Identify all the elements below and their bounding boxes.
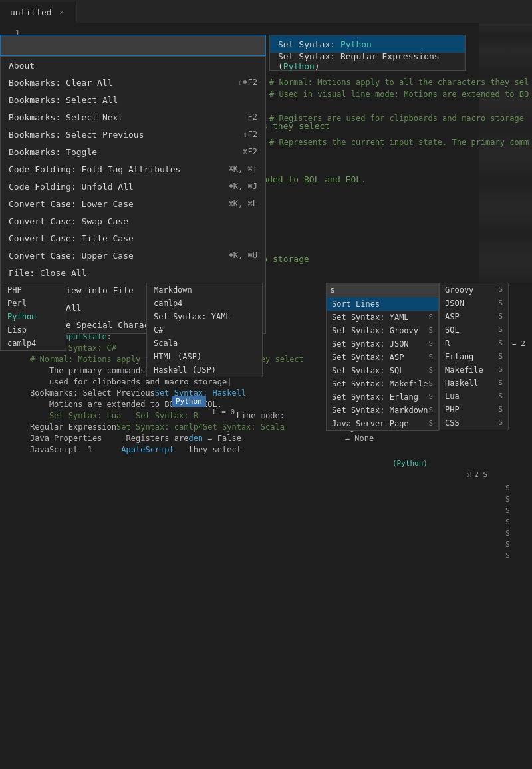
menu-lower-case-label: Convert Case: Lower Case [9, 199, 134, 209]
set-syntax-regex-label: Set Syntax: Regular Expressions (Python) [278, 51, 457, 71]
lang-perl[interactable]: Perl [1, 297, 66, 310]
lang-camlp4[interactable]: camlp4 [1, 337, 66, 350]
fr-asp[interactable]: ASPS [440, 310, 508, 323]
python-label-right: (Python) [392, 459, 428, 468]
lang-lisp[interactable]: Lisp [1, 323, 66, 337]
syntax-groovy-label: Set Syntax: Groovy [332, 326, 418, 335]
syntax-makefile-label: Set Syntax: Makefile [332, 379, 428, 388]
lang-php[interactable]: PHP [1, 283, 66, 297]
fr-css[interactable]: CSSS [440, 416, 508, 430]
syntax-groovy-item[interactable]: Set Syntax: Groovy S [327, 324, 438, 337]
lang-scala[interactable]: Scala [147, 337, 262, 350]
fr-erlang[interactable]: ErlangS [440, 350, 508, 363]
menu-item-about[interactable]: About [1, 57, 265, 74]
menu-bookmarks-toggle-shortcut: ⌘F2 [243, 147, 257, 156]
menu-item-unfold-all[interactable]: Code Folding: Unfold All ⌘K, ⌘J [1, 178, 265, 195]
right-syntax-panel: Sort Lines Set Syntax: YAML S Set Syntax… [326, 283, 439, 431]
syntax-yaml-label: Set Syntax: YAML [332, 313, 409, 322]
fr-groovy[interactable]: GroovyS [440, 283, 508, 297]
set-syntax-popup: Set Syntax: Python Set Syntax: Regular E… [269, 35, 466, 71]
fr-json[interactable]: JSONS [440, 297, 508, 310]
syntax-erlang-item[interactable]: Set Syntax: Erlang S [327, 390, 438, 404]
set-syntax-python-label: Set Syntax: Python [278, 39, 372, 49]
syntax-asp-item[interactable]: Set Syntax: ASP S [327, 351, 438, 364]
menu-bookmarks-clear-label: Bookmarks: Clear All [9, 78, 113, 88]
command-palette-overlay: Set Syntax: Python Set Syntax: Regular E… [0, 23, 532, 769]
fr-haskell[interactable]: HaskellS [440, 377, 508, 390]
menu-fold-tag-shortcut: ⌘K, ⌘T [229, 164, 257, 174]
menu-swap-case-label: Convert Case: Swap Case [9, 216, 128, 226]
tab-untitled[interactable]: untitled × [0, 2, 77, 23]
sort-lines-label: Sort Lines [332, 299, 380, 309]
tab-bar: untitled × [0, 0, 532, 23]
fr-r[interactable]: RS [440, 337, 508, 350]
fr-php[interactable]: PHPS [440, 403, 508, 416]
syntax-search-input[interactable] [331, 285, 434, 295]
menu-unfold-all-shortcut: ⌘K, ⌘J [229, 182, 257, 191]
lower-area: # * set_action # * set_motion # * push_r… [0, 283, 532, 769]
syntax-jsp-label: Java Server Page [332, 419, 409, 428]
command-search-box [0, 35, 266, 56]
syntax-erlang-label: Set Syntax: Erlang [332, 392, 418, 402]
menu-item-title-case[interactable]: Convert Case: Title Case [1, 230, 265, 247]
menu-bookmarks-select-all-label: Bookmarks: Select All [9, 95, 118, 105]
menu-item-lower-case[interactable]: Convert Case: Lower Case ⌘K, ⌘L [1, 195, 265, 212]
set-syntax-regex-python[interactable]: Set Syntax: Regular Expressions (Python) [270, 53, 465, 70]
fr-lua[interactable]: LuaS [440, 390, 508, 403]
syntax-json-item[interactable]: Set Syntax: JSON S [327, 337, 438, 351]
lang-python[interactable]: Python [1, 310, 66, 323]
lang-html-asp[interactable]: HTML (ASP) [147, 350, 262, 363]
lang-csharp[interactable]: C# [147, 323, 262, 337]
menu-bookmarks-prev-label: Bookmarks: Select Previous [9, 130, 144, 140]
syntax-yaml[interactable]: Set Syntax: YAML [147, 310, 262, 323]
fr-sql[interactable]: SQLS [440, 323, 508, 337]
syntax-markdown-item[interactable]: Set Syntax: Markdown S [327, 404, 438, 417]
menu-bookmarks-next-shortcut: F2 [248, 112, 257, 122]
sort-lines-item[interactable]: Sort Lines [327, 297, 438, 311]
lang-haskell-jsp[interactable]: Haskell (JSP) [147, 363, 262, 377]
syntax-makefile-item[interactable]: Set Syntax: Makefile S [327, 377, 438, 390]
menu-about-label: About [9, 61, 35, 71]
lang-camlp4-2[interactable]: camlp4 [147, 297, 262, 310]
python-badge: Python [172, 396, 206, 407]
syntax-jsp-item[interactable]: Java Server Page S [327, 417, 438, 430]
syntax-sql-item[interactable]: Set Syntax: SQL S [327, 364, 438, 377]
menu-bookmarks-next-label: Bookmarks: Select Next [9, 112, 123, 122]
mid-lang-menu: Markdown camlp4 Set Syntax: YAML C# Scal… [146, 283, 263, 377]
menu-close-all-label: File: Close All [9, 268, 86, 278]
syntax-markdown-label: Set Syntax: Markdown [332, 406, 428, 415]
menu-bookmarks-clear-shortcut: ⇧⌘F2 [238, 78, 257, 87]
menu-bookmarks-prev-shortcut: ⇧F2 [243, 130, 257, 139]
menu-item-fold-tag[interactable]: Code Folding: Fold Tag Attributes ⌘K, ⌘T [1, 160, 265, 178]
fr-makefile[interactable]: MakefileS [440, 363, 508, 377]
command-search-input[interactable] [1, 41, 265, 51]
menu-item-upper-case[interactable]: Convert Case: Upper Case ⌘K, ⌘U [1, 247, 265, 264]
menu-lower-case-shortcut: ⌘K, ⌘L [229, 199, 257, 208]
set-syntax-python[interactable]: Set Syntax: Python [270, 35, 465, 53]
menu-fold-tag-label: Code Folding: Fold Tag Attributes [9, 164, 180, 174]
syntax-asp-label: Set Syntax: ASP [332, 353, 404, 362]
tab-close-button[interactable]: × [57, 8, 66, 17]
menu-bookmarks-toggle-label: Bookmarks: Toggle [9, 147, 97, 157]
menu-item-bookmarks-next[interactable]: Bookmarks: Select Next F2 [1, 108, 265, 126]
menu-item-swap-case[interactable]: Convert Case: Swap Case [1, 212, 265, 230]
syntax-yaml-item[interactable]: Set Syntax: YAML S [327, 311, 438, 324]
lang-markdown[interactable]: Markdown [147, 283, 262, 297]
s-markers: SSSSSSS [505, 482, 510, 561]
menu-title-case-label: Convert Case: Title Case [9, 233, 134, 243]
menu-item-bookmarks-prev[interactable]: Bookmarks: Select Previous ⇧F2 [1, 126, 265, 143]
menu-upper-case-shortcut: ⌘K, ⌘U [229, 251, 257, 260]
menu-unfold-all-label: Code Folding: Unfold All [9, 182, 134, 192]
tab-title: untitled [10, 7, 52, 17]
far-right-panel: GroovyS JSONS ASPS SQLS RS ErlangS Makef… [439, 283, 509, 430]
equals-2: = 2 [512, 339, 525, 348]
syntax-sql-label: Set Syntax: SQL [332, 366, 404, 375]
shift-f2-label: ⇧F2 S [466, 470, 487, 479]
menu-item-bookmarks-clear[interactable]: Bookmarks: Clear All ⇧⌘F2 [1, 74, 265, 91]
menu-item-close-all[interactable]: File: Close All [1, 264, 265, 281]
menu-upper-case-label: Convert Case: Upper Case [9, 251, 134, 261]
menu-item-bookmarks-select-all[interactable]: Bookmarks: Select All [1, 91, 265, 108]
syntax-json-label: Set Syntax: JSON [332, 339, 409, 349]
menu-item-bookmarks-toggle[interactable]: Bookmarks: Toggle ⌘F2 [1, 143, 265, 160]
left-lang-menu: PHP Perl Python Lisp camlp4 [0, 283, 66, 351]
